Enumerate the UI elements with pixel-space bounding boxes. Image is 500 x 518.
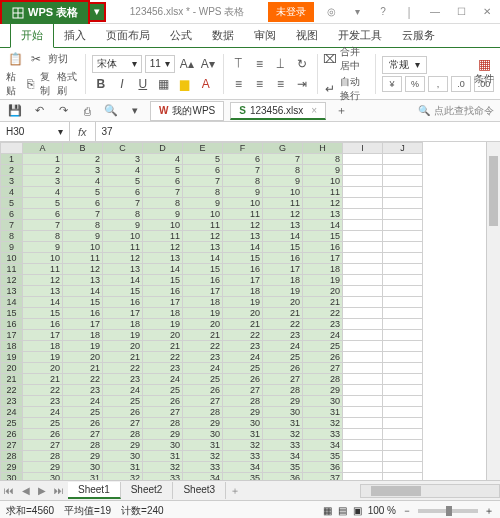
cell[interactable]: 3 [63,165,103,176]
merge-icon[interactable]: ⌧ [323,50,337,68]
cell[interactable]: 27 [303,363,343,374]
cell[interactable]: 32 [103,473,143,481]
cell[interactable]: 27 [263,374,303,385]
cell[interactable]: 10 [23,253,63,264]
paste-icon[interactable]: 📋 [6,50,24,68]
zoom-level[interactable]: 100 % [368,505,396,516]
cell[interactable]: 27 [63,429,103,440]
skin-icon[interactable]: ◎ [318,6,344,17]
ribbon-tab-2[interactable]: 页面布局 [96,24,160,47]
view-page-icon[interactable]: ▤ [338,505,347,516]
cell[interactable]: 13 [263,220,303,231]
cell[interactable]: 9 [63,231,103,242]
cell[interactable]: 32 [183,451,223,462]
cell[interactable] [343,176,383,187]
cell[interactable]: 29 [223,407,263,418]
app-menu-button[interactable]: WPS 表格 [0,0,90,24]
cell[interactable] [343,242,383,253]
cell[interactable]: 20 [263,297,303,308]
cell[interactable]: 9 [143,209,183,220]
fill-color-icon[interactable]: ▆ [176,75,194,93]
cell[interactable]: 13 [63,275,103,286]
cell[interactable]: 12 [303,198,343,209]
cell[interactable] [383,176,423,187]
cell[interactable] [343,385,383,396]
cell[interactable]: 6 [63,198,103,209]
cell[interactable]: 7 [263,154,303,165]
cell[interactable]: 5 [183,154,223,165]
row-header[interactable]: 13 [1,286,23,297]
conditional-format-button[interactable]: ▦ 条件 [474,56,494,86]
fx-button[interactable]: fx [70,122,96,141]
column-header[interactable]: A [23,143,63,154]
cell[interactable] [383,209,423,220]
cell[interactable]: 22 [303,308,343,319]
cell[interactable]: 13 [23,286,63,297]
cell[interactable] [383,198,423,209]
cell[interactable] [343,407,383,418]
cell[interactable]: 5 [23,198,63,209]
sheet-tab[interactable]: Sheet3 [173,482,226,499]
cell[interactable]: 13 [303,209,343,220]
ribbon-tab-4[interactable]: 数据 [202,24,244,47]
column-header[interactable]: I [343,143,383,154]
minimize-button[interactable]: — [422,6,448,17]
zoom-slider[interactable] [418,509,478,513]
align-left-icon[interactable]: ≡ [230,75,248,93]
help-icon[interactable]: ? [370,6,396,17]
font-color-icon[interactable]: A [197,75,215,93]
cell[interactable] [383,407,423,418]
cell[interactable]: 22 [23,385,63,396]
cell[interactable]: 25 [303,341,343,352]
cell[interactable]: 22 [183,341,223,352]
cell[interactable] [383,187,423,198]
my-wps-tab[interactable]: W我的WPS [150,101,224,121]
row-header[interactable]: 30 [1,473,23,481]
cell[interactable]: 14 [103,275,143,286]
cell[interactable]: 26 [303,352,343,363]
cell[interactable]: 2 [63,154,103,165]
cell[interactable]: 21 [303,297,343,308]
ribbon-tab-6[interactable]: 视图 [286,24,328,47]
cell[interactable]: 20 [183,319,223,330]
cell[interactable] [343,264,383,275]
column-header[interactable]: B [63,143,103,154]
cell[interactable] [383,473,423,481]
view-break-icon[interactable]: ▣ [353,505,362,516]
cell[interactable]: 35 [223,473,263,481]
cell[interactable]: 28 [143,418,183,429]
cell[interactable]: 5 [63,187,103,198]
cell[interactable]: 16 [223,264,263,275]
cell[interactable]: 17 [223,275,263,286]
command-search[interactable]: 🔍点此查找命令 [418,104,494,118]
cell[interactable]: 24 [143,374,183,385]
cell[interactable]: 24 [103,385,143,396]
close-tab-icon[interactable]: × [311,105,317,116]
cell[interactable]: 21 [263,308,303,319]
cell[interactable]: 21 [23,374,63,385]
copy-icon[interactable]: ⎘ [24,75,37,93]
cell[interactable]: 14 [263,231,303,242]
undo-icon[interactable]: ↶ [30,102,48,120]
cell[interactable]: 21 [63,363,103,374]
cell[interactable]: 20 [143,330,183,341]
bold-icon[interactable]: B [92,75,110,93]
cell[interactable]: 11 [23,264,63,275]
grow-font-icon[interactable]: A▴ [178,55,196,73]
cell[interactable]: 19 [303,275,343,286]
number-format-select[interactable]: 常规▾ [382,56,427,74]
sheet-nav-next[interactable]: ▶ [34,485,50,496]
formula-input[interactable]: 37 [96,126,500,137]
cell[interactable] [343,253,383,264]
align-top-icon[interactable]: ⟙ [230,55,248,73]
cell[interactable]: 4 [143,154,183,165]
cell[interactable]: 19 [143,319,183,330]
format-painter-label[interactable]: 格式刷 [57,70,79,98]
cell[interactable]: 19 [223,297,263,308]
cell[interactable] [383,451,423,462]
cell[interactable]: 11 [263,198,303,209]
cell[interactable] [343,374,383,385]
row-header[interactable]: 2 [1,165,23,176]
cell[interactable]: 10 [103,231,143,242]
cell[interactable]: 23 [23,396,63,407]
